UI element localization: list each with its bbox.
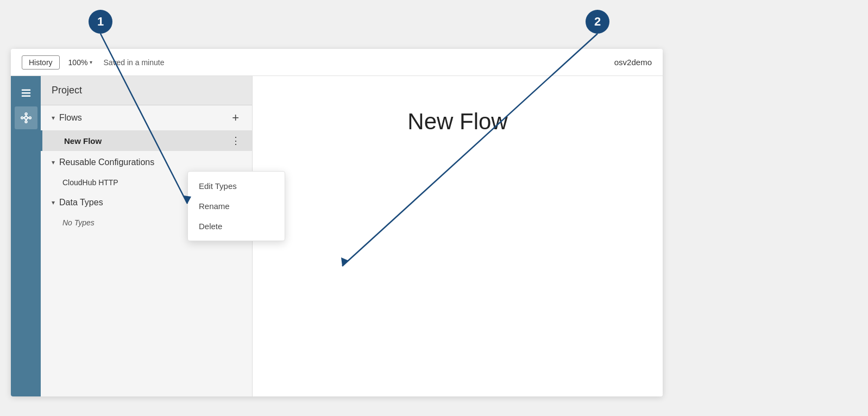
annotation-2: 2 — [586, 10, 609, 34]
svg-rect-4 — [21, 90, 30, 91]
flow-icon-button[interactable] — [15, 106, 37, 129]
flow-canvas-title: New Flow — [407, 109, 507, 135]
username: osv2demo — [614, 58, 652, 67]
svg-point-11 — [25, 121, 27, 123]
flows-section-row[interactable]: ▾ Flows + — [41, 105, 252, 130]
svg-point-9 — [29, 117, 31, 119]
data-types-chevron-icon: ▾ — [52, 199, 55, 206]
svg-point-8 — [21, 117, 23, 119]
svg-rect-6 — [21, 96, 30, 97]
top-bar: History 100% ▾ Saved in a minute osv2dem… — [11, 49, 663, 76]
saved-status: Saved in a minute — [103, 58, 164, 67]
svg-point-10 — [25, 113, 27, 115]
icon-sidebar — [11, 76, 41, 396]
canvas-area: New Flow — [253, 76, 663, 396]
new-flow-item[interactable]: New Flow ⋮ — [41, 130, 252, 151]
content-area: Project ▾ Flows + New Flow ⋮ ▾ Reusable … — [11, 76, 663, 396]
reusable-section-row[interactable]: ▾ Reusable Configurations — [41, 151, 252, 174]
svg-point-7 — [24, 116, 28, 119]
svg-rect-5 — [21, 92, 30, 93]
annotation-1: 1 — [89, 10, 112, 34]
flow-item-label: New Flow — [64, 136, 231, 146]
flows-section-label: Flows — [59, 113, 230, 123]
zoom-value: 100% — [68, 58, 88, 67]
more-options-button[interactable]: ⋮ — [231, 136, 241, 146]
history-button[interactable]: History — [22, 55, 60, 70]
menu-icon-button[interactable] — [15, 81, 37, 104]
context-menu-edit-types[interactable]: Edit Types — [188, 176, 285, 196]
add-flow-button[interactable]: + — [230, 112, 241, 124]
zoom-chevron-icon: ▾ — [90, 59, 92, 65]
main-window: History 100% ▾ Saved in a minute osv2dem… — [11, 49, 663, 396]
context-menu: Edit Types Rename Delete — [187, 171, 285, 241]
context-menu-delete[interactable]: Delete — [188, 216, 285, 236]
panel-header: Project — [41, 76, 252, 105]
project-panel: Project ▾ Flows + New Flow ⋮ ▾ Reusable … — [41, 76, 253, 396]
zoom-control[interactable]: 100% ▾ — [68, 58, 93, 67]
context-menu-rename[interactable]: Rename — [188, 196, 285, 216]
reusable-section-label: Reusable Configurations — [59, 157, 241, 167]
flows-chevron-icon: ▾ — [52, 114, 55, 122]
reusable-chevron-icon: ▾ — [52, 159, 55, 166]
